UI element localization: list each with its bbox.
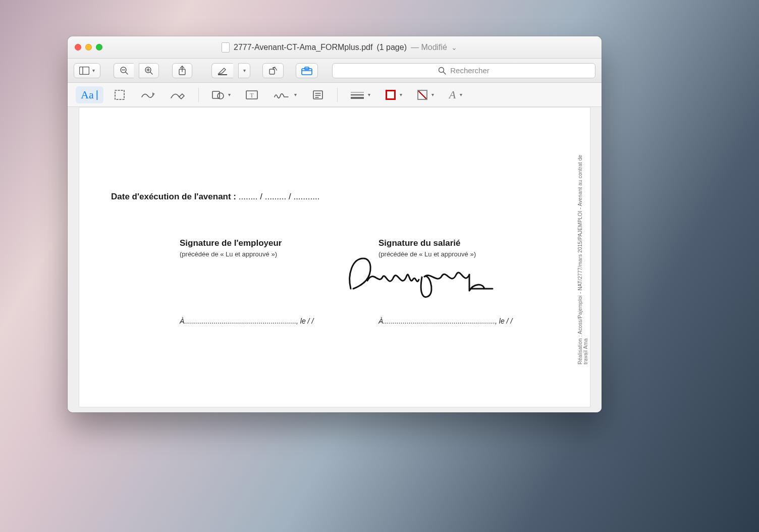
handwritten-signature[interactable]: [343, 249, 500, 305]
chevron-down-icon: ▾: [431, 92, 434, 97]
highlight-button[interactable]: [211, 63, 233, 78]
chevron-down-icon: ▾: [400, 92, 402, 97]
search-placeholder: Rechercher: [450, 66, 490, 75]
zoom-in-icon: [144, 66, 153, 75]
shapes-icon: [212, 90, 224, 100]
sketch-tool-button[interactable]: [136, 86, 160, 103]
employer-place-date-line: À.......................................…: [180, 317, 313, 325]
signature-icon: [273, 90, 290, 100]
zoom-out-icon: [120, 66, 129, 75]
highlighter-icon: [217, 66, 228, 75]
sidebar-icon: [79, 67, 89, 75]
divider: [337, 88, 338, 102]
preview-window: 2777-Avenant-CT-Ama_FORMplus.pdf (1 page…: [68, 36, 602, 412]
markup-toolbox-icon: [301, 66, 312, 75]
svg-rect-19: [212, 91, 220, 98]
titlebar: 2777-Avenant-CT-Ama_FORMplus.pdf (1 page…: [68, 36, 602, 59]
sign-tool-button[interactable]: ▾: [268, 86, 302, 103]
title-filename: 2777-Avenant-CT-Ama_FORMplus.pdf: [234, 43, 372, 52]
zoom-window-button[interactable]: [96, 44, 102, 50]
svg-text:T: T: [250, 92, 254, 99]
svg-point-15: [439, 67, 444, 72]
search-field[interactable]: Rechercher: [332, 63, 595, 78]
date-dots: ........ / ......... / ...........: [236, 192, 319, 201]
draw-tool-button[interactable]: [165, 86, 190, 103]
date-label-bold: Date d'exécution de l'avenant :: [111, 192, 236, 201]
sidebar-toggle-button[interactable]: ▾: [74, 63, 100, 78]
svg-rect-17: [115, 90, 124, 99]
rotate-button[interactable]: [262, 63, 284, 78]
border-color-swatch: [386, 90, 396, 100]
line-weight-icon: [351, 91, 364, 99]
font-style-button[interactable]: A ▾: [444, 86, 467, 103]
employer-signature-subtitle: (précédée de « Lu et approuvé »): [180, 250, 282, 258]
chevron-down-icon: ▾: [243, 68, 246, 73]
share-button[interactable]: [172, 63, 192, 78]
sidebar-credit-text: Réalisation : Acoss/Pajemploi - NAT/2777…: [577, 142, 585, 364]
svg-line-16: [444, 72, 446, 74]
text-tool-icon: Aa: [81, 88, 94, 101]
employee-signature-title: Signature du salarié: [378, 238, 476, 248]
chevron-down-icon: ⌄: [451, 43, 457, 51]
title-pages: (1 page): [376, 43, 407, 52]
border-color-button[interactable]: ▾: [381, 86, 407, 103]
search-icon: [438, 67, 446, 75]
fill-color-button[interactable]: ▾: [412, 86, 439, 103]
document-icon: [222, 42, 230, 52]
text-cursor-icon: |: [96, 89, 98, 100]
draw-icon: [170, 90, 185, 100]
zoom-in-button[interactable]: [139, 63, 159, 78]
divider: [198, 88, 199, 102]
employer-signature-block: Signature de l'employeur (précédée de « …: [180, 238, 282, 258]
svg-rect-0: [80, 67, 89, 74]
font-icon: A: [449, 88, 456, 101]
markup-toolbar: Aa| ▾ T: [68, 83, 602, 107]
text-tool-button[interactable]: Aa|: [76, 86, 103, 103]
chevron-down-icon: ▾: [368, 92, 370, 97]
share-icon: [178, 66, 186, 76]
highlight-menu-button[interactable]: ▾: [238, 63, 250, 78]
main-toolbar: ▾ ▾: [68, 59, 602, 83]
pdf-page[interactable]: Réalisation : Acoss/Pajemploi - NAT/2777…: [79, 107, 590, 407]
date-execution-label: Date d'exécution de l'avenant : ........…: [111, 192, 319, 202]
textbox-icon: T: [246, 90, 258, 100]
document-area[interactable]: Réalisation : Acoss/Pajemploi - NAT/2777…: [68, 107, 602, 412]
note-tool-button[interactable]: [307, 86, 329, 103]
svg-line-6: [150, 72, 152, 74]
employer-signature-title: Signature de l'employeur: [180, 238, 282, 248]
svg-rect-12: [269, 69, 275, 74]
selection-icon: [114, 89, 125, 100]
markup-toggle-button[interactable]: [296, 63, 318, 78]
title-modified: — Modifié: [411, 43, 447, 52]
window-title[interactable]: 2777-Avenant-CT-Ama_FORMplus.pdf (1 page…: [113, 42, 566, 52]
chevron-down-icon: ▾: [92, 68, 95, 73]
zoom-out-button[interactable]: [114, 63, 134, 78]
traffic-lights: [75, 44, 102, 50]
shapes-button[interactable]: ▾: [207, 86, 236, 103]
selection-tool-button[interactable]: [109, 86, 131, 103]
svg-point-20: [218, 93, 224, 99]
minimize-window-button[interactable]: [85, 44, 92, 50]
note-icon: [312, 90, 323, 100]
chevron-down-icon: ▾: [228, 92, 231, 97]
svg-line-3: [126, 72, 128, 74]
close-window-button[interactable]: [75, 44, 81, 50]
line-style-button[interactable]: ▾: [346, 86, 375, 103]
rotate-icon: [268, 66, 278, 75]
employee-place-date-line: À.......................................…: [378, 317, 512, 325]
sketch-icon: [141, 90, 155, 100]
fill-color-swatch: [417, 90, 427, 100]
chevron-down-icon: ▾: [294, 92, 297, 97]
textbox-tool-button[interactable]: T: [241, 86, 263, 103]
chevron-down-icon: ▾: [460, 92, 462, 97]
